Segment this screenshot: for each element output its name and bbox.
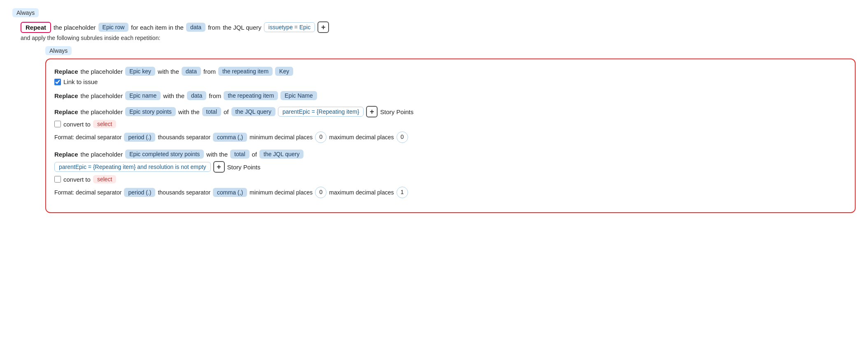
rule3-min-label: minimum decimal places — [250, 134, 313, 141]
rule4-text2: with the — [206, 151, 228, 158]
rule3-min-dec[interactable]: 0 — [315, 131, 327, 143]
rule3-convert-text: convert to — [63, 121, 91, 128]
rule2-text2: with the — [163, 92, 184, 99]
replace-label-2: Replace — [54, 92, 78, 99]
repeat-line: Repeat the placeholder Epic row for each… — [21, 21, 856, 33]
rule-row-4b: parentEpic = {Repeating item} and resolu… — [54, 161, 847, 173]
rule3-aggregation: total — [202, 107, 221, 116]
rule-block-1: Replace the placeholder Epic key with th… — [54, 67, 847, 85]
jql-input-top[interactable]: issuetype = Epic — [264, 22, 315, 32]
replace-label-3: Replace — [54, 108, 78, 115]
rule4-max-dec[interactable]: 1 — [397, 187, 408, 198]
rule4-min-dec[interactable]: 0 — [315, 187, 327, 198]
rule4-select-badge[interactable]: select — [93, 175, 117, 183]
rule4-text3: of — [252, 151, 257, 158]
rule4-thousands-label: thousands separator — [158, 189, 210, 196]
link-to-issue-label: Link to issue — [63, 78, 98, 85]
replace-label-4: Replace — [54, 151, 78, 158]
rule3-source: the JQL query — [231, 107, 275, 116]
repeat-text3: from — [208, 24, 220, 31]
rule1-field: Key — [275, 67, 293, 76]
rule4-field: Story Points — [227, 164, 261, 171]
rule4-source: the JQL query — [259, 150, 303, 159]
rule3-convert-checkbox[interactable] — [54, 121, 61, 127]
always-badge-inner: Always — [45, 46, 72, 55]
rule4-max-label: maximum decimal places — [329, 189, 394, 196]
rule-block-2: Replace the placeholder Epic name with t… — [54, 91, 847, 100]
replace-label-1: Replace — [54, 68, 78, 75]
rule1-source: the repeating item — [218, 67, 273, 76]
rule3-add-button[interactable]: + — [366, 106, 378, 117]
rule4-format-row: Format: decimal separator period (.) tho… — [54, 187, 847, 198]
rule3-select-badge[interactable]: select — [93, 120, 117, 128]
repeat-button[interactable]: Repeat — [21, 22, 51, 33]
rule2-placeholder: Epic name — [125, 91, 161, 100]
rule4-aggregation: total — [230, 150, 249, 159]
rule4-placeholder: Epic completed story points — [125, 150, 204, 159]
rule-row-3: Replace the placeholder Epic story point… — [54, 106, 847, 117]
rule1-data: data — [182, 67, 201, 76]
rule3-placeholder: Epic story points — [125, 107, 176, 116]
rule1-text2: with the — [158, 68, 179, 75]
rule2-field: Epic Name — [280, 91, 317, 100]
rule2-data: data — [187, 91, 206, 100]
link-to-issue-checkbox[interactable] — [54, 79, 61, 85]
rule3-field: Story Points — [380, 108, 413, 115]
rule3-thousands-sep: comma (,) — [213, 133, 247, 142]
rule1-text3: from — [203, 68, 216, 75]
rule3-convert-row: convert to select — [54, 120, 847, 128]
repeat-text1: the placeholder — [54, 24, 96, 31]
rule4-text1: the placeholder — [81, 151, 123, 158]
epic-row-badge: Epic row — [98, 23, 129, 32]
rule4-thousands-sep: comma (,) — [213, 188, 247, 197]
rule-row-4a: Replace the placeholder Epic completed s… — [54, 150, 847, 159]
rule4-convert-text: convert to — [63, 176, 91, 183]
rule4-jql-input[interactable]: parentEpic = {Repeating item} and resolu… — [54, 162, 211, 172]
rule1-placeholder: Epic key — [125, 67, 155, 76]
rule4-min-label: minimum decimal places — [250, 189, 313, 196]
rule3-thousands-label: thousands separator — [158, 134, 210, 141]
sub-text: and apply the following subrules inside … — [21, 35, 856, 41]
rule4-convert-checkbox[interactable] — [54, 176, 61, 183]
rule3-text3: of — [224, 108, 229, 115]
repeat-text2: for each item in the — [131, 24, 184, 31]
rule1-checkbox-row: Link to issue — [54, 78, 847, 85]
rule2-text1: the placeholder — [81, 92, 123, 99]
always-badge-top: Always — [12, 8, 39, 17]
rule4-convert-row: convert to select — [54, 175, 847, 183]
rule-row-1: Replace the placeholder Epic key with th… — [54, 67, 847, 76]
rule3-decimal-sep: period (.) — [124, 133, 155, 142]
data-badge: data — [186, 23, 205, 32]
rule4-decimal-sep: period (.) — [124, 188, 155, 197]
rule3-max-label: maximum decimal places — [329, 134, 394, 141]
rule2-text3: from — [209, 92, 221, 99]
rule-block-3: Replace the placeholder Epic story point… — [54, 106, 847, 143]
rule-block-4: Replace the placeholder Epic completed s… — [54, 150, 847, 198]
rule-row-2: Replace the placeholder Epic name with t… — [54, 91, 847, 100]
jql-label-top: the JQL query — [223, 24, 261, 31]
rule1-text1: the placeholder — [81, 68, 123, 75]
rule3-jql-input[interactable]: parentEpic = {Repeating item} — [278, 107, 364, 117]
rule3-format-label: Format: decimal separator — [54, 134, 121, 141]
rule4-format-label: Format: decimal separator — [54, 189, 121, 196]
rule3-max-dec[interactable]: 0 — [397, 131, 408, 143]
rule3-text2: with the — [178, 108, 200, 115]
rule4-add-button[interactable]: + — [213, 161, 225, 173]
rules-container: Replace the placeholder Epic key with th… — [45, 59, 856, 213]
rule3-format-row: Format: decimal separator period (.) tho… — [54, 131, 847, 143]
add-jql-button-top[interactable]: + — [317, 21, 329, 33]
rule3-text1: the placeholder — [81, 108, 123, 115]
rule2-source: the repeating item — [224, 91, 278, 100]
